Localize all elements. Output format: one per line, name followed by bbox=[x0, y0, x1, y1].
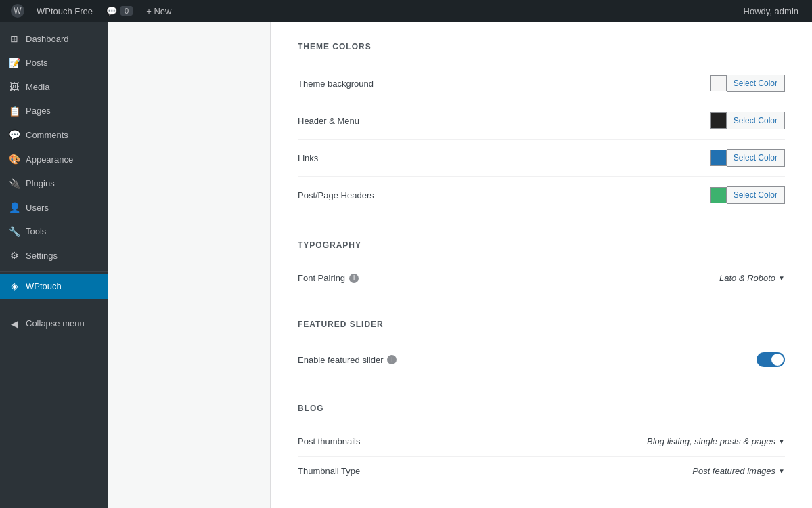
sidebar-label-media: Media bbox=[26, 81, 49, 93]
wp-logo-circle: W bbox=[11, 4, 24, 18]
header-menu-select-btn[interactable]: Select Color bbox=[727, 112, 785, 129]
sidebar-item-appearance[interactable]: 🎨 Appearance bbox=[0, 148, 108, 172]
theme-bg-swatch[interactable] bbox=[710, 75, 727, 91]
post-thumbnails-label: Post thumbnails bbox=[298, 436, 361, 446]
sidebar-item-plugins[interactable]: 🔌 Plugins bbox=[0, 172, 108, 196]
admin-sidebar: ⊞ Dashboard 📝 Posts 🖼 Media 📋 Pages 💬 Co… bbox=[0, 22, 108, 508]
user-info[interactable]: Howdy, admin bbox=[736, 6, 807, 16]
sidebar-item-media[interactable]: 🖼 Media bbox=[0, 75, 108, 100]
collapse-icon: ◀ bbox=[8, 318, 20, 331]
featured-slider-title: FEATURED SLIDER bbox=[298, 320, 785, 329]
sidebar-item-pages[interactable]: 📋 Pages bbox=[0, 100, 108, 124]
site-name-label: WPtouch Free bbox=[37, 6, 93, 16]
theme-bg-control: Select Color bbox=[710, 75, 785, 92]
links-swatch[interactable] bbox=[710, 150, 727, 166]
blog-title: BLOG bbox=[298, 404, 785, 413]
links-select-btn[interactable]: Select Color bbox=[727, 149, 785, 167]
dashboard-icon: ⊞ bbox=[8, 33, 20, 46]
setting-row-header-menu: Header & Menu Select Color bbox=[298, 102, 785, 140]
media-icon: 🖼 bbox=[8, 81, 20, 94]
setting-row-links: Links Select Color bbox=[298, 140, 785, 177]
header-menu-swatch[interactable] bbox=[710, 112, 727, 129]
enable-slider-toggle[interactable] bbox=[757, 352, 785, 367]
post-thumbnails-value: Blog listing, single posts & pages bbox=[647, 436, 775, 446]
menu-separator bbox=[0, 271, 108, 272]
plugins-icon: 🔌 bbox=[8, 177, 20, 191]
theme-bg-select-btn[interactable]: Select Color bbox=[727, 75, 785, 92]
sidebar-label-tools: Tools bbox=[26, 226, 46, 238]
sidebar-item-tools[interactable]: 🔧 Tools bbox=[0, 220, 108, 245]
howdy-label: Howdy, admin bbox=[744, 6, 798, 16]
font-pairing-dropdown[interactable]: Lato & Roboto ▼ bbox=[719, 273, 785, 283]
font-pairing-label: Font Pairing i bbox=[298, 273, 359, 283]
sidebar-item-posts[interactable]: 📝 Posts bbox=[0, 51, 108, 76]
setting-row-font-pairing: Font Pairing i Lato & Roboto ▼ bbox=[298, 263, 785, 293]
thumbnail-type-arrow: ▼ bbox=[778, 467, 785, 475]
setting-row-thumbnail-type: Thumbnail Type Post featured images ▼ bbox=[298, 457, 785, 486]
wp-logo[interactable]: W bbox=[5, 0, 30, 22]
setting-row-theme-bg: Theme background Select Color bbox=[298, 65, 785, 102]
sidebar-label-settings: Settings bbox=[26, 250, 58, 262]
sidebar-label-pages: Pages bbox=[26, 105, 51, 117]
typography-section: TYPOGRAPHY Font Pairing i Lato & Roboto … bbox=[298, 240, 785, 293]
sidebar-item-wptouch[interactable]: ◈ WPtouch bbox=[0, 274, 108, 299]
font-pairing-arrow: ▼ bbox=[778, 274, 785, 282]
posts-icon: 📝 bbox=[8, 57, 20, 70]
font-pairing-control: Lato & Roboto ▼ bbox=[719, 273, 785, 283]
theme-bg-label: Theme background bbox=[298, 79, 374, 89]
font-pairing-info-icon[interactable]: i bbox=[349, 274, 359, 283]
featured-slider-section: FEATURED SLIDER Enable featured slider i bbox=[298, 320, 785, 377]
comments-menu-icon: 💬 bbox=[8, 129, 20, 142]
blog-section: BLOG Post thumbnails Blog listing, singl… bbox=[298, 404, 785, 486]
setting-row-post-headers: Post/Page Headers Select Color bbox=[298, 177, 785, 213]
thumbnail-type-dropdown[interactable]: Post featured images ▼ bbox=[692, 466, 785, 476]
users-icon: 👤 bbox=[8, 201, 20, 215]
appearance-icon: 🎨 bbox=[8, 153, 20, 167]
post-headers-swatch[interactable] bbox=[710, 187, 727, 203]
links-label: Links bbox=[298, 153, 318, 163]
sidebar-label-plugins: Plugins bbox=[26, 177, 55, 190]
post-thumbnails-arrow: ▼ bbox=[778, 438, 785, 445]
comment-icon: 💬 bbox=[106, 6, 117, 16]
sidebar-label-comments: Comments bbox=[26, 129, 68, 142]
enable-slider-info-icon[interactable]: i bbox=[387, 355, 397, 364]
sidebar-label-appearance: Appearance bbox=[26, 154, 73, 166]
links-control: Select Color bbox=[710, 149, 785, 167]
post-headers-control: Select Color bbox=[710, 186, 785, 204]
sub-nav-panel bbox=[108, 22, 271, 508]
pages-icon: 📋 bbox=[8, 105, 20, 119]
post-thumbnails-dropdown[interactable]: Blog listing, single posts & pages ▼ bbox=[647, 436, 785, 446]
settings-icon: ⚙ bbox=[8, 249, 20, 263]
header-menu-label: Header & Menu bbox=[298, 116, 359, 126]
comments-link[interactable]: 💬 0 bbox=[99, 0, 139, 22]
sidebar-item-users[interactable]: 👤 Users bbox=[0, 196, 108, 220]
header-menu-control: Select Color bbox=[710, 112, 785, 129]
thumbnail-type-label: Thumbnail Type bbox=[298, 466, 360, 476]
sidebar-label-users: Users bbox=[26, 202, 49, 214]
setting-row-post-thumbnails: Post thumbnails Blog listing, single pos… bbox=[298, 427, 785, 457]
post-headers-select-btn[interactable]: Select Color bbox=[727, 186, 785, 204]
new-content-link[interactable]: + New bbox=[139, 0, 178, 22]
site-name-link[interactable]: WPtouch Free bbox=[30, 0, 99, 22]
sidebar-item-comments[interactable]: 💬 Comments bbox=[0, 123, 108, 148]
sidebar-item-dashboard[interactable]: ⊞ Dashboard bbox=[0, 27, 108, 51]
comments-count: 0 bbox=[120, 6, 133, 16]
sidebar-item-settings[interactable]: ⚙ Settings bbox=[0, 244, 108, 268]
new-label: + New bbox=[146, 6, 171, 16]
main-settings-content: THEME COLORS Theme background Select Col… bbox=[271, 22, 812, 508]
collapse-menu-item[interactable]: ◀ Collapse menu bbox=[0, 312, 108, 337]
thumbnail-type-value: Post featured images bbox=[692, 466, 775, 476]
post-thumbnails-control: Blog listing, single posts & pages ▼ bbox=[647, 436, 785, 446]
typography-title: TYPOGRAPHY bbox=[298, 240, 785, 250]
thumbnail-type-control: Post featured images ▼ bbox=[692, 466, 785, 476]
wptouch-icon: ◈ bbox=[8, 280, 20, 293]
enable-slider-label: Enable featured slider i bbox=[298, 355, 397, 365]
sidebar-label-dashboard: Dashboard bbox=[26, 33, 69, 45]
theme-colors-section: THEME COLORS Theme background Select Col… bbox=[298, 42, 785, 213]
tools-icon: 🔧 bbox=[8, 226, 20, 239]
sidebar-label-posts: Posts bbox=[26, 57, 48, 69]
admin-bar: W WPtouch Free 💬 0 + New Howdy, admin bbox=[0, 0, 812, 22]
sidebar-label-wptouch: WPtouch bbox=[26, 280, 62, 293]
enable-slider-control bbox=[757, 352, 785, 367]
setting-row-enable-slider: Enable featured slider i bbox=[298, 343, 785, 377]
